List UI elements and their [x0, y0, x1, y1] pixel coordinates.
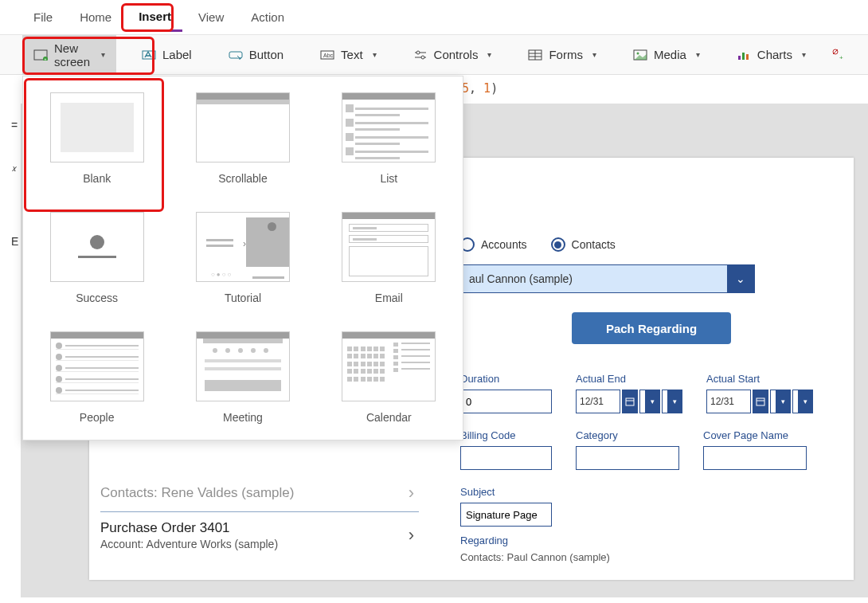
contact-select[interactable]: aul Cannon (sample) ⌄ [460, 264, 755, 293]
text-btn-text: Text [341, 48, 363, 61]
charts-btn-text: Charts [757, 48, 792, 61]
template-label: Scrollable [218, 172, 267, 185]
calendar-icon[interactable] [753, 390, 768, 413]
ribbon: + New screen ▾ Label Button Abc Text ▾ C… [0, 35, 868, 75]
actual-end-picker[interactable]: 12/31 ▾ ▾ [576, 390, 682, 413]
charts-icon [737, 49, 751, 61]
calendar-icon[interactable] [622, 390, 638, 413]
list-item[interactable]: Contacts: Rene Valdes (sample) › [100, 475, 419, 512]
chevron-down-icon: ▾ [373, 50, 377, 59]
gutter-mark: ᵡ [11, 163, 15, 176]
chevron-down-icon: ▾ [101, 50, 105, 59]
record-subtitle: Account: Adventure Works (sample) [100, 538, 278, 550]
gutter-mark: = [11, 119, 18, 131]
record-list: Contacts: Rene Valdes (sample) › Purchas… [100, 475, 419, 558]
text-icon: Abc [320, 49, 334, 61]
template-label: Tutorial [225, 292, 261, 304]
button-button[interactable]: Button [217, 41, 295, 68]
radio-icon [551, 237, 565, 252]
controls-button[interactable]: Controls ▾ [402, 41, 503, 68]
template-thumb [196, 331, 290, 401]
radio-label: Accounts [481, 238, 527, 251]
template-blank[interactable]: Blank [50, 92, 144, 185]
new-screen-dropdown: Blank Scrollable List Success [22, 76, 463, 441]
svg-rect-23 [757, 398, 764, 405]
new-screen-label: New screen [54, 41, 92, 69]
label-btn-text: Label [162, 48, 192, 61]
chevron-right-icon: › [409, 525, 414, 546]
template-success[interactable]: Success [50, 212, 144, 304]
field-label: Actual End [576, 373, 682, 385]
template-meeting[interactable]: Meeting [196, 331, 290, 424]
hour-dropdown[interactable]: ▾ [639, 390, 660, 413]
template-thumb: › ○●○○ [196, 212, 290, 282]
radio-contacts[interactable]: Contacts [551, 237, 616, 252]
template-list[interactable]: List [342, 92, 436, 185]
charts-button[interactable]: Charts ▾ [725, 41, 817, 68]
screen-icon: + [33, 49, 48, 61]
field-label: Subject [460, 486, 552, 498]
template-tutorial[interactable]: › ○●○○ Tutorial [196, 212, 290, 304]
svg-rect-16 [742, 53, 745, 60]
duration-input[interactable] [460, 390, 552, 413]
minute-dropdown[interactable]: ▾ [792, 390, 813, 413]
svg-rect-17 [746, 54, 749, 60]
category-input[interactable] [576, 446, 679, 470]
template-thumb [50, 212, 144, 282]
radio-row: Accounts Contacts [460, 237, 843, 252]
menu-file[interactable]: File [22, 4, 64, 30]
svg-rect-4 [229, 52, 242, 58]
subject-input[interactable] [460, 503, 552, 527]
template-label: Meeting [223, 411, 263, 424]
svg-point-7 [416, 51, 420, 54]
svg-rect-21 [626, 398, 634, 405]
list-item[interactable]: Purchase Order 3401 Account: Adventure W… [100, 512, 419, 558]
button-icon [229, 49, 243, 61]
formula-bar-fragment: 5, 1) [462, 81, 498, 96]
template-label: Blank [83, 172, 111, 185]
actual-start-picker[interactable]: 12/31 ▾ ▾ [706, 390, 813, 413]
template-thumb [342, 212, 436, 282]
template-scrollable[interactable]: Scrollable [196, 92, 290, 185]
menu-home[interactable]: Home [68, 4, 123, 30]
menubar: File Home Insert View Action [0, 0, 868, 35]
text-button[interactable]: Abc Text ▾ [309, 41, 388, 68]
chevron-down-icon: ▾ [592, 50, 596, 59]
chevron-down-icon: ▾ [802, 50, 806, 59]
template-thumb [342, 92, 436, 162]
template-thumb [50, 331, 144, 401]
forms-btn-text: Forms [549, 48, 583, 61]
template-label: Email [375, 292, 403, 304]
overflow-icon[interactable]: + [831, 49, 846, 61]
billing-code-input[interactable] [460, 446, 552, 470]
detail-panel: Accounts Contacts aul Cannon (sample) ⌄ … [460, 237, 843, 563]
chevron-down-icon: ⌄ [727, 265, 754, 292]
minute-dropdown[interactable]: ▾ [662, 390, 682, 413]
patch-regarding-button[interactable]: Pach Regarding [572, 312, 731, 344]
regarding-value: Contacts: Paul Cannon (sample) [460, 551, 843, 563]
menu-action[interactable]: Action [240, 4, 295, 30]
record-title: Purchase Order 3401 [100, 520, 278, 536]
forms-icon [528, 49, 542, 61]
field-label: Category [576, 429, 679, 441]
chevron-right-icon: › [409, 483, 414, 503]
template-calendar[interactable]: Calendar [342, 331, 436, 424]
new-screen-button[interactable]: + New screen ▾ [22, 35, 116, 75]
hour-dropdown[interactable]: ▾ [770, 390, 791, 413]
select-value: aul Cannon (sample) [461, 265, 727, 292]
media-button[interactable]: Media ▾ [622, 41, 711, 68]
label-button[interactable]: Label [131, 41, 203, 68]
template-email[interactable]: Email [342, 212, 436, 304]
template-people[interactable]: People [50, 331, 144, 424]
cover-page-input[interactable] [703, 446, 807, 470]
radio-accounts[interactable]: Accounts [460, 237, 527, 252]
forms-button[interactable]: Forms ▾ [517, 41, 608, 68]
button-btn-text: Button [249, 48, 283, 61]
menu-insert[interactable]: Insert [127, 3, 182, 32]
record-title: Contacts: Rene Valdes (sample) [100, 485, 294, 501]
template-label: List [380, 172, 397, 185]
field-label: Duration [460, 373, 552, 385]
menu-view[interactable]: View [187, 4, 235, 30]
chevron-down-icon: ▾ [696, 50, 700, 59]
media-btn-text: Media [654, 48, 686, 61]
